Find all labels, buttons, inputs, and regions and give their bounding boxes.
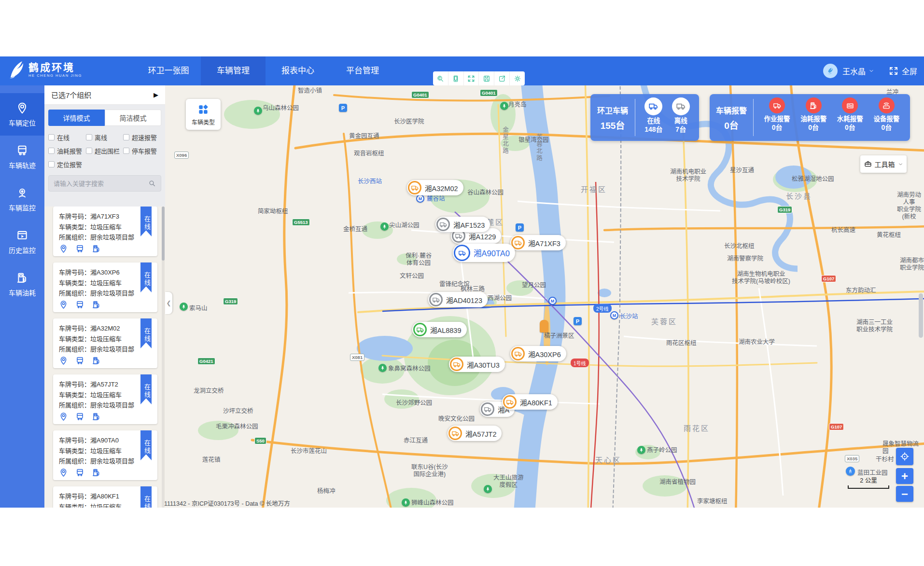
left-sidebar: 车辆定位 车辆轨迹 车辆监控 历史监控 车辆油耗 xyxy=(0,85,44,508)
park-tree-icon xyxy=(402,498,410,507)
sidebar-item-history-monitor[interactable]: 历史监控 xyxy=(0,221,44,263)
locate-vehicle-icon[interactable] xyxy=(59,356,68,365)
content-area: 车辆定位 车辆轨迹 车辆监控 历史监控 车辆油耗 xyxy=(0,85,924,508)
filter-out-of-fence[interactable]: 超出围栏 xyxy=(86,146,123,155)
panel-collapse-handle[interactable]: ❮ xyxy=(165,292,172,314)
menu-item-platform-management[interactable]: 平台管理 xyxy=(330,56,395,85)
checkbox[interactable] xyxy=(123,148,129,154)
checkbox[interactable] xyxy=(86,148,92,154)
track-icon[interactable] xyxy=(75,300,84,309)
avatar[interactable] xyxy=(823,64,838,78)
fuel-icon[interactable] xyxy=(92,412,101,421)
metro-station-icon: M xyxy=(416,194,424,203)
park-tree-icon xyxy=(378,364,387,372)
track-icon[interactable] xyxy=(75,244,84,253)
vehicle-marker[interactable]: 湘AF1523 xyxy=(435,217,490,232)
sidebar-item-vehicle-location[interactable]: 车辆定位 xyxy=(0,93,44,136)
fuel-icon[interactable] xyxy=(92,300,101,309)
vehicle-marker[interactable]: 湘A30XP6 xyxy=(510,346,566,361)
map-label: 长沙郊野公园 xyxy=(396,400,432,407)
expand-icon[interactable] xyxy=(463,71,479,85)
vehicle-marker[interactable]: 湘A32M02 xyxy=(407,180,463,195)
vehicle-card[interactable]: 车牌号码：湘A90TA0 车辆类型：垃圾压缩车 所属组织：厨余垃圾项目部 在线 xyxy=(53,430,157,480)
vehicle-marker[interactable]: 湘A80KF1 xyxy=(502,394,558,410)
track-icon[interactable] xyxy=(75,468,84,477)
fullscreen-button[interactable]: 全屏 xyxy=(889,65,917,77)
truck-icon xyxy=(408,181,421,194)
fuel-icon[interactable] xyxy=(92,468,101,477)
map-label: 李家塘枢纽 xyxy=(697,498,728,505)
checkbox[interactable] xyxy=(48,134,55,140)
share-icon[interactable] xyxy=(494,71,509,85)
map-canvas[interactable]: 智造小镇 乌山森林公园 长沙医学院 黄金园互通 月亮岛 银星湾公园 观音岩枢纽 … xyxy=(44,85,924,508)
sidebar-item-vehicle-fuel[interactable]: 车辆油耗 xyxy=(0,263,44,305)
tab-detail-mode[interactable]: 详情模式 xyxy=(48,110,105,126)
chevron-down-icon[interactable] xyxy=(868,68,874,74)
map-label: 乌山森林公园 xyxy=(263,105,299,112)
checkbox[interactable] xyxy=(48,161,55,167)
settings-icon[interactable] xyxy=(509,71,525,85)
menu-item-report-center[interactable]: 报表中心 xyxy=(266,56,330,85)
vehicle-marker-selected[interactable]: 湘A90TA0 xyxy=(453,244,515,262)
fuel-icon[interactable] xyxy=(92,244,101,253)
sidebar-item-label: 历史监控 xyxy=(9,245,36,255)
save-icon[interactable] xyxy=(478,71,494,85)
sidebar-item-vehicle-track[interactable]: 车辆轨迹 xyxy=(0,136,44,178)
menu-item-vehicle-management[interactable]: 车辆管理 xyxy=(201,56,266,85)
locate-vehicle-icon[interactable] xyxy=(59,412,68,421)
device-monitor-icon[interactable] xyxy=(448,71,463,85)
truck-icon xyxy=(436,218,450,231)
metro-line-badge: 2号线 xyxy=(593,304,612,313)
sidebar-item-vehicle-monitor[interactable]: 车辆监控 xyxy=(0,178,44,221)
search-input[interactable] xyxy=(54,180,148,187)
filter-speeding-alarm[interactable]: 超速报警 xyxy=(123,133,165,142)
checkbox[interactable] xyxy=(123,134,129,140)
checkbox[interactable] xyxy=(86,134,92,140)
filter-parking-alarm[interactable]: 停车报警 xyxy=(123,146,165,155)
park-tree-icon xyxy=(637,446,645,454)
track-icon[interactable] xyxy=(75,356,84,365)
search-icon[interactable] xyxy=(148,179,156,187)
scale-bar xyxy=(848,485,889,489)
map-label: 西湖公园 xyxy=(488,295,512,302)
locate-button[interactable] xyxy=(896,448,913,465)
map-label: 文轩公园 xyxy=(400,273,424,280)
area-search-icon[interactable] xyxy=(433,71,448,85)
vehicle-card[interactable]: 车牌号码：湘A32M02 车辆类型：垃圾压缩车 所属组织：厨余垃圾项目部 在线 xyxy=(53,318,157,368)
vehicle-marker[interactable]: 湘AL8839 xyxy=(412,322,467,337)
vehicle-card[interactable]: 车牌号码：湘A80KF1 车辆类型：垃圾压缩车 所属组织：厨余垃圾项目部 在线 xyxy=(53,486,157,508)
zoom-in-button[interactable]: + xyxy=(896,468,913,484)
menu-item-sanitation-map[interactable]: 环卫一张图 xyxy=(136,56,201,85)
filter-location-alarm[interactable]: 定位报警 xyxy=(48,160,86,169)
filter-online[interactable]: 在线 xyxy=(48,133,86,142)
vehicle-card[interactable]: 车牌号码：湘A71XF3 车辆类型：垃圾压缩车 所属组织：厨余垃圾项目部 在线 xyxy=(53,207,157,256)
toolbox-button[interactable]: 工具箱 xyxy=(860,155,907,173)
alarm-stats-card: 车辆报警 0台 作业报警 0台 油耗报警 0台 xyxy=(710,94,910,141)
filter-fuel-alarm[interactable]: 油耗报警 xyxy=(48,146,86,155)
vehicle-marker[interactable]: 湘A71XF3 xyxy=(510,235,566,250)
vehicle-marker[interactable]: 湘AD40123 xyxy=(428,292,488,307)
user-name[interactable]: 王水晶 xyxy=(842,65,866,77)
track-icon[interactable] xyxy=(75,412,84,421)
locate-vehicle-icon[interactable] xyxy=(59,300,68,309)
vehicle-type-button[interactable]: 车辆类型 xyxy=(186,99,221,130)
map-label: 长沙市莲花山 xyxy=(291,448,327,455)
vehicle-marker[interactable]: 湘A30TU3 xyxy=(449,357,505,372)
page-scrollbar-thumb[interactable] xyxy=(919,293,923,338)
vehicle-card[interactable]: 车牌号码：湘A30XP6 车辆类型：垃圾压缩车 所属组织：厨余垃圾项目部 在线 xyxy=(53,262,157,312)
vehicle-card[interactable]: 车牌号码：湘A57JT2 车辆类型：垃圾压缩车 所属组织：厨余垃圾项目部 在线 xyxy=(53,374,157,424)
offline-stat: 离线 7台 xyxy=(672,97,690,141)
map-label: 龙洞立交桥 xyxy=(194,387,224,395)
locate-vehicle-icon[interactable] xyxy=(59,244,68,253)
scrollbar-thumb[interactable] xyxy=(162,207,165,261)
locate-vehicle-icon[interactable] xyxy=(59,468,68,477)
expand-right-icon[interactable]: ▶ xyxy=(154,91,158,98)
vehicle-marker[interactable]: 湘A57JT2 xyxy=(448,426,502,441)
filter-offline[interactable]: 离线 xyxy=(86,133,123,142)
tab-simple-mode[interactable]: 简洁模式 xyxy=(105,110,161,126)
truck-icon xyxy=(503,395,517,409)
zoom-out-button[interactable]: − xyxy=(896,486,913,502)
checkbox[interactable] xyxy=(48,148,55,154)
list-scrollbar[interactable] xyxy=(162,207,165,508)
fuel-icon[interactable] xyxy=(92,356,101,365)
